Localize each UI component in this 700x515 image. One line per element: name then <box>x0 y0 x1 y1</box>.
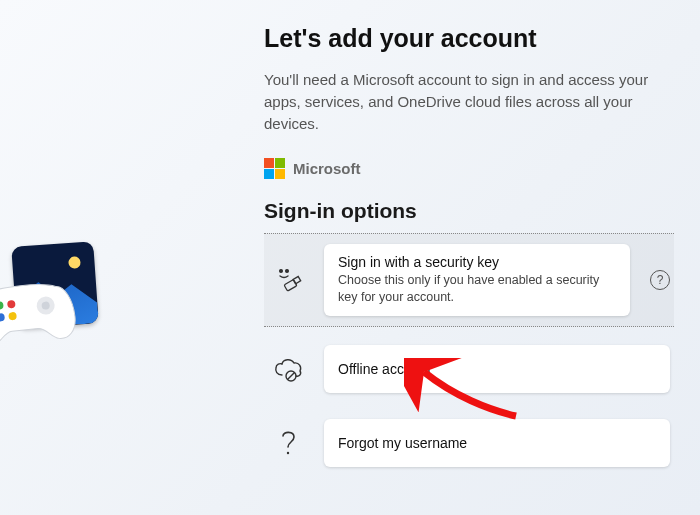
signin-options-heading: Sign-in options <box>264 199 674 223</box>
svg-point-7 <box>286 270 289 273</box>
page-subtitle: You'll need a Microsoft account to sign … <box>264 69 674 134</box>
offline-cloud-icon <box>268 355 310 383</box>
microsoft-logo-icon <box>264 158 285 179</box>
option-security-key[interactable]: Sign in with a security key Choose this … <box>264 233 674 327</box>
microsoft-brand-text: Microsoft <box>293 160 361 177</box>
game-controller-icon <box>0 265 80 356</box>
security-key-card[interactable]: Sign in with a security key Choose this … <box>324 244 630 316</box>
page-title: Let's add your account <box>264 24 674 53</box>
decorative-illustration <box>0 238 120 388</box>
security-key-icon <box>268 263 310 297</box>
option-forgot-username[interactable]: Forgot my username <box>264 409 674 477</box>
microsoft-brand: Microsoft <box>264 158 674 179</box>
security-key-desc: Choose this only if you have enabled a s… <box>338 272 616 306</box>
svg-point-6 <box>280 270 283 273</box>
svg-line-11 <box>288 373 295 380</box>
option-offline-account[interactable]: Offline account <box>264 335 674 403</box>
forgot-username-title: Forgot my username <box>338 435 656 451</box>
svg-point-12 <box>287 452 289 454</box>
svg-rect-8 <box>284 280 297 292</box>
question-icon <box>268 428 310 458</box>
offline-account-title: Offline account <box>338 361 656 377</box>
forgot-username-card[interactable]: Forgot my username <box>324 419 670 467</box>
help-icon[interactable]: ? <box>650 270 670 290</box>
offline-account-card[interactable]: Offline account <box>324 345 670 393</box>
security-key-title: Sign in with a security key <box>338 254 616 270</box>
